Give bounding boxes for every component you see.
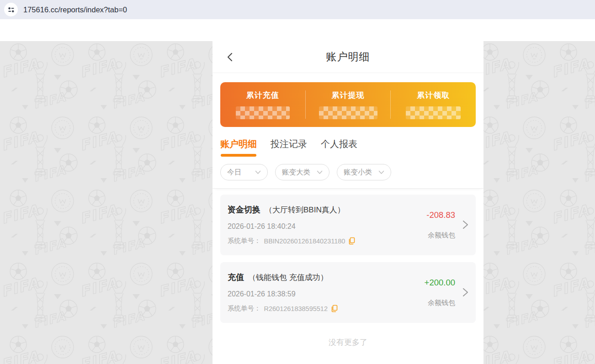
transaction-row[interactable]: 充值 （钱能钱包 充值成功） 2026-01-26 18:38:59 系统单号：… <box>220 262 476 323</box>
transaction-datetime: 2026-01-26 18:40:24 <box>228 222 426 231</box>
wallet-label: 余额钱包 <box>428 231 455 240</box>
summary-total-withdraw: 累计提现 <box>306 90 391 119</box>
tab-label: 个人报表 <box>321 139 357 149</box>
order-number: R2601261838595512 <box>264 305 328 312</box>
tab-personal-report[interactable]: 个人报表 <box>321 138 357 157</box>
chevron-right-icon[interactable] <box>462 219 468 230</box>
chevron-down-icon <box>378 170 384 174</box>
transaction-amount: +200.00 <box>425 278 455 288</box>
transaction-amount-block: +200.00 余额钱包 <box>425 272 455 313</box>
transaction-title: 资金切换 <box>228 204 260 215</box>
transaction-amount-block: -208.83 余额钱包 <box>426 204 455 245</box>
transaction-info: 资金切换 （大厅转到BBIN真人） 2026-01-26 18:40:24 系统… <box>228 204 426 245</box>
transaction-note: （大厅转到BBIN真人） <box>265 205 345 215</box>
filter-minor-type-dropdown[interactable]: 账变小类 <box>337 164 391 180</box>
summary-label: 累计充值 <box>246 90 279 100</box>
copy-icon[interactable] <box>331 305 338 312</box>
transaction-note: （钱能钱包 充值成功） <box>248 272 328 283</box>
transaction-row[interactable]: 资金切换 （大厅转到BBIN真人） 2026-01-26 18:40:24 系统… <box>220 195 476 255</box>
panel-header: 账户明细 <box>212 41 483 73</box>
browser-address-bar[interactable]: 175616.cc/reports/index?tab=0 <box>0 0 595 19</box>
no-more-text: 没有更多了 <box>220 330 476 358</box>
site-permissions-icon[interactable] <box>4 3 18 16</box>
account-detail-panel: 账户明细 累计充值 累计提现 累计领取 账户明细 投注记录 个人报表 <box>212 41 483 364</box>
chevron-down-icon <box>317 170 323 174</box>
summary-label: 累计提现 <box>332 90 365 100</box>
tab-account-detail[interactable]: 账户明细 <box>220 138 257 157</box>
tabs: 账户明细 投注记录 个人报表 <box>220 127 476 157</box>
order-number: BBIN202601261840231180 <box>264 237 345 245</box>
filter-label: 账变小类 <box>344 168 372 177</box>
summary-total-claim: 累计领取 <box>391 90 476 119</box>
back-button[interactable] <box>224 51 236 63</box>
summary-card: 累计充值 累计提现 累计领取 <box>220 82 476 127</box>
tab-label: 投注记录 <box>271 139 307 149</box>
order-label: 系统单号： <box>228 304 261 313</box>
summary-label: 累计领取 <box>417 90 450 100</box>
active-tab-indicator <box>221 154 256 157</box>
url-text[interactable]: 175616.cc/reports/index?tab=0 <box>23 5 127 14</box>
filters: 今日 账变大类 账变小类 <box>212 157 483 189</box>
chevron-right-icon[interactable] <box>462 287 468 298</box>
transaction-amount: -208.83 <box>426 210 455 220</box>
order-label: 系统单号： <box>228 237 261 245</box>
transaction-title: 充值 <box>228 272 244 283</box>
filter-date-dropdown[interactable]: 今日 <box>220 164 268 180</box>
transaction-info: 充值 （钱能钱包 充值成功） 2026-01-26 18:38:59 系统单号：… <box>228 272 425 313</box>
tab-bet-records[interactable]: 投注记录 <box>271 138 307 157</box>
summary-total-deposit: 累计充值 <box>220 90 305 119</box>
filter-label: 账变大类 <box>282 168 310 177</box>
transaction-datetime: 2026-01-26 18:38:59 <box>228 290 425 298</box>
tab-label: 账户明细 <box>220 139 257 149</box>
filter-major-type-dropdown[interactable]: 账变大类 <box>275 164 329 180</box>
masked-value <box>406 106 461 119</box>
copy-icon[interactable] <box>348 237 355 245</box>
transaction-list: 资金切换 （大厅转到BBIN真人） 2026-01-26 18:40:24 系统… <box>212 189 483 358</box>
chevron-down-icon <box>255 170 261 174</box>
masked-value <box>236 106 290 119</box>
page-title: 账户明细 <box>326 50 370 64</box>
wallet-label: 余额钱包 <box>428 299 455 307</box>
masked-value <box>319 106 377 119</box>
filter-label: 今日 <box>227 168 241 177</box>
